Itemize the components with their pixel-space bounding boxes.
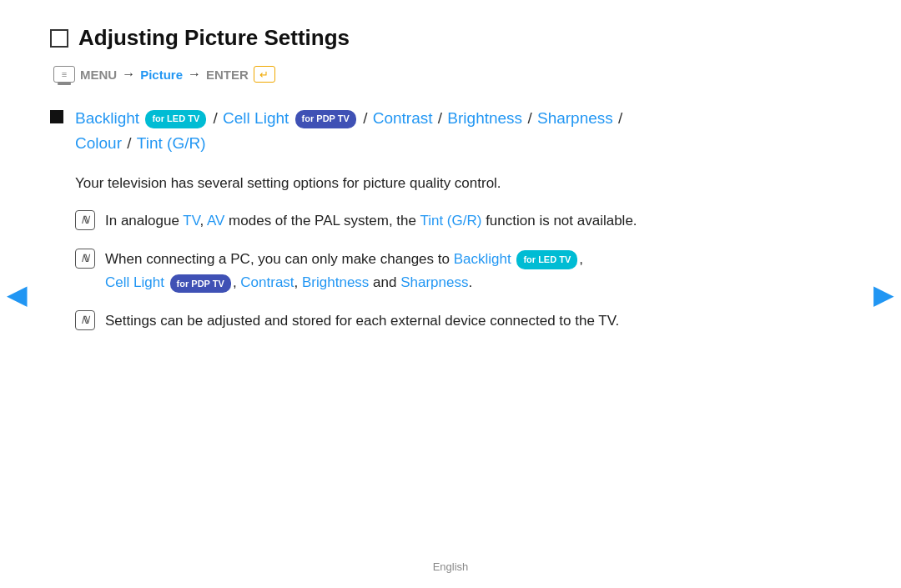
badge-pdp-1: for PDP TV <box>295 110 356 128</box>
note-text-1: In analogue TV, AV modes of the PAL syst… <box>105 209 637 233</box>
sharpness-link-2[interactable]: Sharpness <box>400 274 468 290</box>
note-item-3: ℕ Settings can be adjusted and stored fo… <box>75 309 801 333</box>
slash-3: / <box>438 109 447 127</box>
badge-led-1: for LED TV <box>145 110 206 128</box>
brightness-link-2[interactable]: Brightness <box>302 274 369 290</box>
footer-language: English <box>433 560 469 573</box>
backlight-link[interactable]: Backlight <box>75 109 139 127</box>
bullet-square-icon <box>50 110 63 123</box>
nav-arrow-1: → <box>122 67 135 82</box>
badge-pdp-2: for PDP TV <box>170 274 231 293</box>
note-text-3: Settings can be adjusted and stored for … <box>105 309 619 333</box>
badge-led-2: for LED TV <box>516 250 577 269</box>
contrast-link[interactable]: Contrast <box>373 109 433 127</box>
page-title-row: Adjusting Picture Settings <box>50 25 801 51</box>
slash-2: / <box>363 109 372 127</box>
note-item-1: ℕ In analogue TV, AV modes of the PAL sy… <box>75 209 801 233</box>
nav-right-arrow[interactable]: ▶ <box>873 279 894 310</box>
tv-link-1[interactable]: TV <box>183 213 199 229</box>
tint-link-1[interactable]: Tint (G/R) <box>420 213 481 229</box>
cell-light-link-2[interactable]: Cell Light <box>105 274 164 290</box>
slash-6: / <box>127 134 136 152</box>
colour-link[interactable]: Colour <box>75 134 122 152</box>
note-icon-1: ℕ <box>75 210 95 230</box>
brightness-link[interactable]: Brightness <box>447 109 522 127</box>
nav-enter-label: ENTER <box>206 68 249 82</box>
note-text-2: When connecting a PC, you can only make … <box>105 248 583 294</box>
menu-icon: ≡ <box>53 66 75 83</box>
tint-link[interactable]: Tint (G/R) <box>137 134 206 152</box>
cell-light-link[interactable]: Cell Light <box>223 109 289 127</box>
note-item-2: ℕ When connecting a PC, you can only mak… <box>75 248 801 294</box>
av-link-1[interactable]: AV <box>207 213 224 229</box>
menu-label: MENU <box>80 68 117 82</box>
note-icon-2: ℕ <box>75 249 95 269</box>
sharpness-link[interactable]: Sharpness <box>537 109 613 127</box>
backlight-link-2[interactable]: Backlight <box>454 251 511 267</box>
nav-arrow-2: → <box>188 67 201 82</box>
slash-5: / <box>618 109 622 127</box>
headline-line: Backlight for LED TV / Cell Light for PD… <box>75 106 623 157</box>
nav-left-arrow[interactable]: ◀ <box>7 279 28 310</box>
description-text: Your television has several setting opti… <box>75 172 801 194</box>
menu-nav: ≡ MENU → Picture → ENTER ↵ <box>53 66 801 83</box>
nav-picture-label: Picture <box>140 68 183 82</box>
slash-4: / <box>527 109 536 127</box>
page-container: Adjusting Picture Settings ≡ MENU → Pict… <box>0 0 851 364</box>
page-title: Adjusting Picture Settings <box>78 25 350 51</box>
contrast-link-2[interactable]: Contrast <box>240 274 294 290</box>
enter-icon: ↵ <box>254 66 275 83</box>
slash-1: / <box>214 109 223 127</box>
note-icon-3: ℕ <box>75 310 95 330</box>
main-bullet: Backlight for LED TV / Cell Light for PD… <box>50 106 801 157</box>
checkbox-icon <box>50 29 68 48</box>
